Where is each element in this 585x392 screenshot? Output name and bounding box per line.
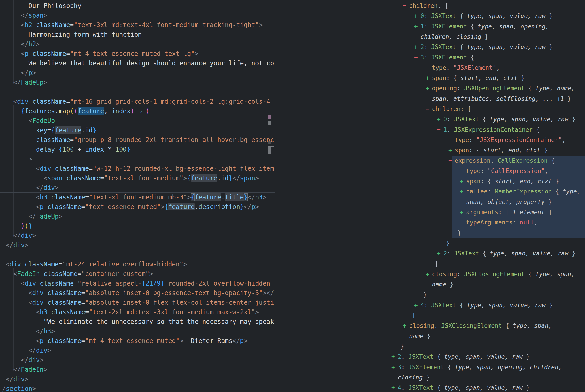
ast-row[interactable]: name } <box>409 331 431 342</box>
code-line[interactable]: <div className="absolute inset-0 flex fl… <box>29 298 274 307</box>
code-line[interactable]: </FadeIn> <box>13 365 47 374</box>
expand-icon[interactable]: + <box>460 176 466 186</box>
ast-row[interactable]: type: "JSXExpressionContainer", <box>455 135 565 145</box>
code-line[interactable]: <FadeUp <box>29 116 55 125</box>
collapse-icon[interactable]: − <box>426 104 432 114</box>
ast-row[interactable]: +arguments: [ 1 element ] <box>460 207 552 218</box>
code-line[interactable]: <FadeIn className="container-custom"> <box>13 269 153 278</box>
code-line[interactable]: </div> <box>6 374 28 384</box>
code-line[interactable]: {features.map((feature, index) ⇒ ( <box>21 106 149 116</box>
ast-row[interactable]: +opening: JSXOpeningElement { type, name… <box>426 83 575 94</box>
expand-icon[interactable]: + <box>414 42 421 52</box>
ast-row[interactable]: type: "JSXElement", <box>432 63 500 73</box>
code-line[interactable]: > <box>29 154 32 164</box>
expand-icon[interactable]: + <box>448 145 455 156</box>
code-line[interactable]: </p> <box>21 68 36 78</box>
code-line[interactable]: <h3 className="text-xl font-medium mb-3"… <box>36 192 266 202</box>
ast-row[interactable]: +span: { start, end, ctxt } <box>448 145 547 156</box>
ast-row[interactable]: +callee: MemberExpression { type, <box>460 186 580 197</box>
ast-row[interactable]: name } <box>432 280 453 290</box>
code-line[interactable]: className="group p-8 rounded-2xl transit… <box>36 135 274 144</box>
code-line[interactable]: <div className="relative aspect-[21/9] r… <box>21 278 270 288</box>
code-line[interactable]: </FadeUp> <box>13 78 47 87</box>
code-line[interactable]: </div> <box>21 355 44 365</box>
expand-icon[interactable]: + <box>437 114 443 124</box>
code-line[interactable]: delay={100 + index * 100} <box>36 144 131 154</box>
ast-row[interactable]: +span: { start, end, ctxt } <box>426 73 525 83</box>
ast-row[interactable]: +4: JSXText { type, span, value, raw } <box>391 383 530 392</box>
ast-row[interactable]: +1: JSXElement { type, span, opening, <box>414 22 549 32</box>
code-line[interactable]: </FadeUp> <box>29 212 63 221</box>
expand-icon[interactable]: + <box>414 11 421 21</box>
expand-icon[interactable]: + <box>414 300 421 310</box>
code-line[interactable]: </div> <box>29 346 51 355</box>
ast-row[interactable]: +0: JSXText { type, span, value, raw } <box>414 11 553 21</box>
code-line[interactable]: <h2 className="text-3xl md:text-4xl font… <box>21 20 263 30</box>
ast-tree-pane[interactable]: −children: [+0: JSXText { type, span, va… <box>278 0 585 392</box>
expand-icon[interactable]: + <box>426 83 432 94</box>
code-line[interactable]: </span> <box>21 10 48 20</box>
expand-icon[interactable]: + <box>437 248 443 259</box>
expand-icon[interactable]: + <box>391 383 398 392</box>
collapse-icon[interactable]: − <box>448 156 455 166</box>
ast-row[interactable]: +2: JSXText { type, span, value, raw } <box>391 352 530 362</box>
code-editor-pane[interactable]: Our Philosophy</span><h2 className="text… <box>0 0 275 392</box>
code-line[interactable]: </div> <box>36 183 59 192</box>
expand-icon[interactable]: + <box>426 73 432 83</box>
code-line[interactable]: "We eliminate the unnecessary so that th… <box>44 317 274 326</box>
ast-row[interactable]: −1: JSXExpressionContainer { <box>437 125 540 135</box>
expand-icon[interactable]: + <box>391 362 398 372</box>
ast-row[interactable]: } <box>446 238 450 248</box>
code-line[interactable]: <div className="w-12 h-12 rounded-xl bg-… <box>36 164 275 173</box>
code-line[interactable]: /section> <box>2 384 36 392</box>
ast-row[interactable]: type: "CallExpression", <box>466 166 548 176</box>
ast-row[interactable]: +0: JSXText { type, span, value, raw } <box>437 114 575 124</box>
ast-row[interactable]: ] <box>412 310 415 321</box>
code-line[interactable]: </h3> <box>36 326 55 336</box>
ast-row[interactable]: closing } <box>398 372 430 383</box>
code-line[interactable]: </div> <box>13 231 36 240</box>
ast-row[interactable]: +2: JSXText { type, span, value, raw } <box>437 248 575 259</box>
ast-row[interactable]: span, attributes, selfClosing, ... +1 } <box>432 94 571 104</box>
code-line[interactable]: We believe that beautiful design should … <box>29 58 274 68</box>
code-line[interactable]: ))} <box>21 221 32 231</box>
ast-row[interactable]: +closing: JSXClosingElement { type, span… <box>426 269 575 280</box>
collapse-icon[interactable]: − <box>403 1 409 11</box>
collapse-icon[interactable]: − <box>414 52 421 63</box>
ast-row[interactable]: −children: [ <box>426 104 471 114</box>
code-line[interactable]: <div className="absolute inset-0 bg-esse… <box>29 288 274 298</box>
expand-icon[interactable]: + <box>391 352 398 362</box>
expand-icon[interactable]: + <box>403 321 409 331</box>
expand-icon[interactable]: + <box>460 186 466 197</box>
expand-icon[interactable]: + <box>426 269 432 280</box>
code-line[interactable]: <div className="mt-24 relative overflow-… <box>6 259 187 269</box>
ast-row[interactable]: +4: JSXText { type, span, value, raw } <box>414 300 553 310</box>
ast-row[interactable]: −3: JSXElement { <box>414 52 474 63</box>
collapse-icon[interactable]: − <box>437 125 443 135</box>
ast-row[interactable]: } <box>457 228 461 238</box>
ast-row[interactable]: } <box>423 290 427 300</box>
ast-row[interactable]: +3: JSXElement { type, span, opening, ch… <box>391 362 562 372</box>
ast-row[interactable]: span, object, property } <box>466 197 552 207</box>
code-line[interactable]: <h3 className="text-2xl md:text-3xl font… <box>36 307 259 317</box>
ast-row[interactable]: −expression: CallExpression { <box>448 156 555 166</box>
expand-icon[interactable]: + <box>414 22 421 32</box>
ast-row[interactable]: +span: { start, end, ctxt } <box>460 176 559 186</box>
ast-row[interactable]: typeArguments: null, <box>466 218 537 228</box>
expand-icon[interactable]: + <box>460 207 466 218</box>
ast-row[interactable]: +2: JSXText { type, span, value, raw } <box>414 42 553 52</box>
ast-row[interactable]: } <box>400 342 404 352</box>
code-line[interactable]: key={feature.id} <box>36 125 97 135</box>
code-line[interactable]: <p className="mt-4 text-essence-muted te… <box>21 49 198 58</box>
ast-row[interactable]: −children: [ <box>403 1 448 11</box>
code-line[interactable]: <div className="mt-16 grid grid-cols-1 m… <box>13 97 270 106</box>
code-line[interactable]: <p className="text-essence-muted">{featu… <box>36 202 259 212</box>
code-line[interactable]: <p className="mt-4 text-essence-muted">—… <box>36 336 247 346</box>
code-line[interactable]: Harmonizing form with function <box>29 30 142 39</box>
ast-row[interactable]: children, closing } <box>421 32 488 42</box>
ast-row[interactable]: +closing: JSXClosingElement { type, span… <box>403 321 552 331</box>
ast-row[interactable]: ] <box>435 259 438 269</box>
code-line[interactable]: </div> <box>6 240 28 250</box>
code-line[interactable]: <span className="text-xl font-medium">{f… <box>44 173 259 183</box>
code-line[interactable]: </h2> <box>21 39 40 49</box>
